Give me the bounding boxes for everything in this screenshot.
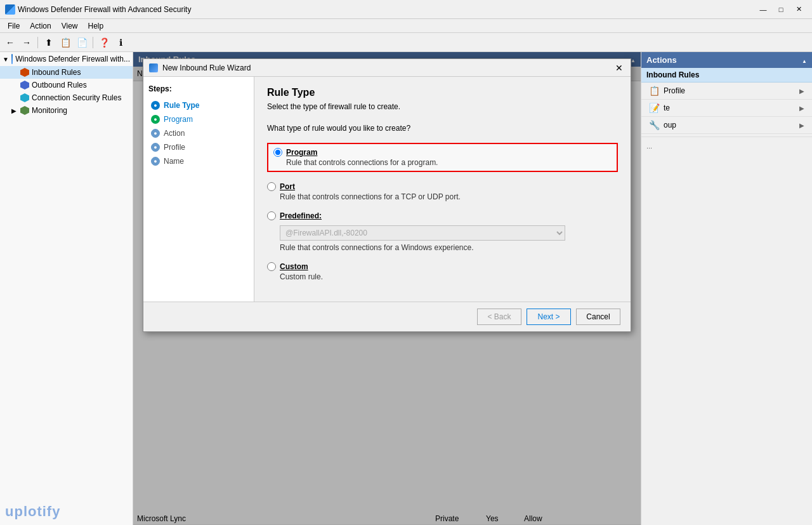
step-icon-rule-type: ● bbox=[151, 101, 160, 110]
predefined-dropdown[interactable]: @FirewallAPI.dll,-80200 bbox=[280, 225, 565, 241]
actions-section: Inbound Rules bbox=[641, 68, 812, 83]
toolbar: ← → ⬆ 📋 📄 ❓ ℹ bbox=[0, 33, 812, 52]
tree-outbound-rules[interactable]: Outbound Rules bbox=[0, 79, 133, 91]
action-oup-icon: 🔧 bbox=[649, 120, 660, 130]
sidebar-item-label-connection: Connection Security Rules bbox=[32, 93, 121, 102]
radio-option-custom: Custom Custom rule. bbox=[267, 262, 618, 281]
radio-port-label[interactable]: Port bbox=[280, 182, 295, 191]
menu-view[interactable]: View bbox=[56, 20, 83, 32]
minimize-button[interactable]: — bbox=[755, 3, 771, 16]
toolbar-show-hide[interactable]: 📋 bbox=[58, 35, 73, 50]
action-te-icon: 📝 bbox=[649, 103, 660, 113]
center-panel: Inbound Rules Name Group Profile Enabled… bbox=[133, 52, 641, 525]
wizard-steps-panel: Steps: ● Rule Type ● Program bbox=[143, 77, 254, 302]
wizard-footer: < Back Next > Cancel bbox=[143, 302, 631, 331]
action-profile-label: Profile bbox=[664, 86, 685, 95]
actions-title: Actions bbox=[646, 55, 677, 65]
toolbar-up[interactable]: ⬆ bbox=[41, 35, 56, 50]
actions-header: Actions bbox=[641, 52, 812, 68]
wizard-step-program: ● Program bbox=[148, 112, 249, 126]
left-panel: ▼ Windows Defender Firewall with... Inbo… bbox=[0, 52, 133, 525]
wizard-step-profile: ● Profile bbox=[148, 140, 249, 154]
menu-help[interactable]: Help bbox=[83, 20, 109, 32]
outbound-icon bbox=[20, 81, 29, 90]
tree-root[interactable]: ▼ Windows Defender Firewall with... bbox=[0, 52, 133, 66]
toolbar-help[interactable]: ❓ bbox=[96, 35, 112, 50]
radio-custom-label[interactable]: Custom bbox=[280, 262, 308, 271]
wizard-close-button[interactable]: ✕ bbox=[613, 62, 625, 74]
step-label-name: Name bbox=[164, 157, 184, 166]
sidebar-item-label-outbound: Outbound Rules bbox=[32, 81, 87, 90]
cancel-button[interactable]: Cancel bbox=[576, 309, 620, 325]
actions-extra: ... bbox=[641, 136, 812, 155]
radio-program[interactable] bbox=[273, 148, 282, 157]
action-profile-icon: 📋 bbox=[649, 86, 660, 96]
radio-predefined-desc: Rule that controls connections for a Win… bbox=[280, 243, 618, 252]
close-button[interactable]: ✕ bbox=[790, 3, 807, 16]
wizard-title-bar: New Inbound Rule Wizard ✕ bbox=[143, 59, 631, 77]
tree-monitoring-expand[interactable]: ▶ bbox=[11, 107, 20, 114]
menu-action[interactable]: Action bbox=[25, 20, 56, 32]
title-bar: Windows Defender Firewall with Advanced … bbox=[0, 0, 812, 19]
toolbar-back[interactable]: ← bbox=[3, 35, 18, 50]
step-icon-action: ● bbox=[151, 129, 160, 138]
action-oup-arrow: ▶ bbox=[799, 122, 804, 129]
wizard-subtitle: Select the type of firewall rule to crea… bbox=[267, 102, 618, 111]
step-icon-profile: ● bbox=[151, 143, 160, 152]
wizard-step-name: ● Name bbox=[148, 154, 249, 168]
modal-overlay: New Inbound Rule Wizard ✕ Steps: ● Rule … bbox=[133, 52, 641, 525]
toolbar-about[interactable]: ℹ bbox=[113, 35, 128, 50]
radio-custom-desc: Custom rule. bbox=[280, 272, 618, 281]
app-icon bbox=[5, 4, 15, 15]
tree-root-expand[interactable]: ▼ bbox=[3, 56, 11, 63]
tree-connection-rules[interactable]: Connection Security Rules bbox=[0, 91, 133, 104]
step-label-program[interactable]: Program bbox=[164, 115, 193, 124]
step-label-profile: Profile bbox=[164, 143, 185, 152]
actions-section-label: Inbound Rules bbox=[646, 70, 699, 79]
radio-port-desc: Rule that controls connections for a TCP… bbox=[280, 192, 618, 201]
toolbar-new[interactable]: 📄 bbox=[74, 35, 89, 50]
radio-program-label[interactable]: Program bbox=[286, 148, 317, 157]
action-oup-label: oup bbox=[664, 121, 676, 130]
maximize-button[interactable]: □ bbox=[773, 3, 789, 16]
menu-bar: File Action View Help bbox=[0, 19, 812, 33]
radio-option-program: Program Rule that controls connections f… bbox=[267, 143, 618, 172]
step-icon-name: ● bbox=[151, 157, 160, 166]
radio-option-port: Port Rule that controls connections for … bbox=[267, 182, 618, 201]
actions-chevron[interactable] bbox=[802, 55, 807, 65]
title-bar-controls: — □ ✕ bbox=[755, 3, 807, 16]
radio-predefined[interactable] bbox=[267, 211, 276, 220]
back-button[interactable]: < Back bbox=[477, 309, 521, 325]
radio-port[interactable] bbox=[267, 182, 276, 191]
connection-icon bbox=[20, 93, 29, 102]
wizard-step-action: ● Action bbox=[148, 126, 249, 140]
tree-monitoring[interactable]: ▶ Monitoring bbox=[0, 104, 133, 117]
action-te[interactable]: 📝 te ▶ bbox=[641, 100, 812, 117]
wizard-steps-label: Steps: bbox=[148, 84, 249, 93]
toolbar-sep-1 bbox=[37, 37, 38, 48]
next-button[interactable]: Next > bbox=[527, 309, 571, 325]
wizard-question: What type of rule would you like to crea… bbox=[267, 124, 618, 133]
tree-inbound-rules[interactable]: Inbound Rules bbox=[0, 66, 133, 79]
tree-connection-expand bbox=[11, 95, 20, 102]
root-fw-icon bbox=[11, 54, 13, 64]
radio-custom[interactable] bbox=[267, 262, 276, 271]
wizard-dialog: New Inbound Rule Wizard ✕ Steps: ● Rule … bbox=[143, 58, 631, 332]
action-te-arrow: ▶ bbox=[799, 105, 804, 112]
tree-inbound-expand bbox=[11, 69, 20, 76]
monitoring-icon bbox=[20, 106, 29, 115]
step-label-rule-type: Rule Type bbox=[164, 101, 199, 110]
radio-program-desc: Rule that controls connections for a pro… bbox=[286, 158, 612, 167]
action-profile[interactable]: 📋 Profile ▶ bbox=[641, 83, 812, 100]
radio-predefined-label[interactable]: Predefined: bbox=[280, 211, 322, 220]
tree-outbound-expand bbox=[11, 82, 20, 89]
step-icon-program: ● bbox=[151, 115, 160, 124]
toolbar-sep-2 bbox=[93, 37, 93, 48]
menu-file[interactable]: File bbox=[3, 20, 25, 32]
toolbar-forward[interactable]: → bbox=[19, 35, 34, 50]
wizard-heading: Rule Type bbox=[267, 87, 618, 98]
action-te-label: te bbox=[664, 103, 670, 112]
wizard-title-text: New Inbound Rule Wizard bbox=[162, 63, 613, 72]
action-oup[interactable]: 🔧 oup ▶ bbox=[641, 117, 812, 134]
tree-root-label: Windows Defender Firewall with... bbox=[15, 55, 130, 63]
